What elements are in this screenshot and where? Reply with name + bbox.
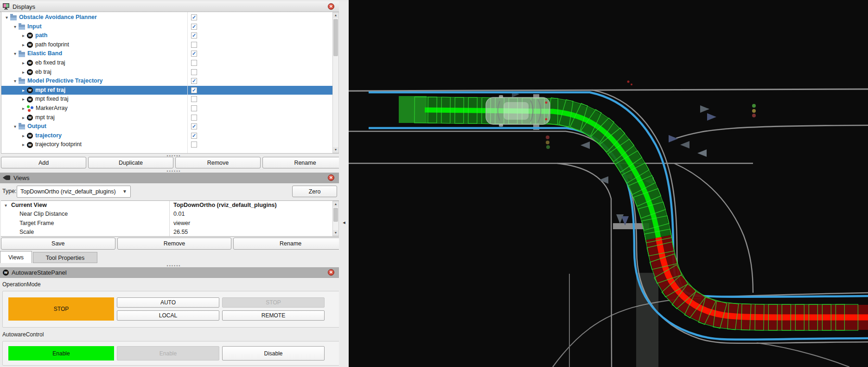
tree-item-label: trajectory footprint — [35, 140, 82, 149]
visibility-checkbox[interactable] — [191, 105, 197, 111]
tree-item-model-predictive-trajectory[interactable]: ▾Model Predictive Trajectory✓ — [1, 77, 338, 86]
autoware-icon: w — [27, 115, 33, 121]
scrollbar-handle[interactable] — [333, 208, 338, 222]
displays-panel-title: Displays — [13, 3, 35, 10]
expand-icon[interactable]: ▸ — [20, 68, 27, 77]
tree-item-obstacle-avoidance-planner[interactable]: ▾Obstacle Avoidance Planner✓ — [1, 13, 338, 22]
views-scrollbar[interactable]: ▲ ▼ — [332, 201, 339, 236]
visibility-checkbox[interactable]: ✓ — [191, 32, 197, 39]
tree-item-input[interactable]: ▾Input✓ — [1, 22, 338, 32]
autoware-icon: w — [27, 142, 33, 148]
tab-views[interactable]: Views — [0, 251, 32, 263]
tree-item-mpt-ref-traj[interactable]: ▸wmpt ref traj✓ — [1, 86, 338, 95]
displays-tree[interactable]: ▾Obstacle Avoidance Planner✓▾Input✓▸wpat… — [1, 12, 339, 154]
collapse-icon[interactable]: ▾ — [5, 201, 7, 210]
property-value[interactable]: viewer — [173, 219, 190, 228]
visibility-checkbox[interactable] — [191, 115, 197, 121]
scroll-up-icon[interactable]: ▲ — [333, 201, 338, 207]
views-panel-header[interactable]: Views ✕ — [0, 173, 349, 183]
chevron-down-icon: ▼ — [122, 186, 127, 197]
expand-icon[interactable]: ▸ — [20, 86, 27, 95]
expand-icon[interactable]: ▸ — [20, 40, 27, 50]
expand-icon[interactable]: ▸ — [20, 95, 27, 104]
views-save-button[interactable]: Save — [1, 238, 115, 250]
zero-button[interactable]: Zero — [292, 186, 337, 197]
visibility-checkbox[interactable] — [191, 142, 197, 148]
collapse-icon[interactable]: ▾ — [3, 13, 10, 22]
property-row-scale[interactable]: Scale26.55 — [1, 228, 339, 237]
expand-icon[interactable]: ▸ — [20, 104, 27, 113]
view-type-dropdown[interactable]: TopDownOrtho (rviz_default_plugins) ▼ — [17, 186, 131, 198]
scrollbar-handle[interactable] — [333, 19, 338, 56]
close-icon[interactable]: ✕ — [328, 269, 334, 276]
property-row-target-frame[interactable]: Target Frameviewer — [1, 219, 339, 228]
rviz-3d-viewport[interactable] — [349, 0, 868, 367]
tree-item-path-footprint[interactable]: ▸wpath footprint — [1, 40, 338, 50]
displays-panel-header[interactable]: Displays ✕ — [0, 1, 349, 12]
visibility-checkbox[interactable] — [191, 96, 197, 102]
visibility-checkbox[interactable]: ✓ — [191, 24, 197, 30]
tree-item-eb-fixed-traj[interactable]: ▸web fixed traj — [1, 58, 338, 68]
expand-icon[interactable]: ▸ — [20, 31, 27, 40]
tree-item-mpt-fixed-traj[interactable]: ▸wmpt fixed traj — [1, 95, 338, 104]
views-rename-button[interactable]: Rename — [233, 238, 348, 250]
visibility-checkbox[interactable]: ✓ — [191, 14, 197, 20]
collapse-icon[interactable]: ▾ — [12, 122, 19, 131]
tree-item-markerarray[interactable]: ▸MarkerArray — [1, 104, 338, 113]
collapse-icon[interactable]: ▾ — [12, 77, 19, 86]
visibility-checkbox[interactable] — [191, 69, 197, 75]
collapse-panel-icon[interactable]: ◂ — [341, 216, 347, 228]
operation-auto-button[interactable]: AUTO — [117, 297, 219, 308]
visibility-checkbox[interactable]: ✓ — [191, 78, 197, 84]
property-row-current-view[interactable]: ▾Current ViewTopDownOrtho (rviz_default_… — [1, 201, 339, 210]
property-value[interactable]: TopDownOrtho (rviz_default_plugins) — [173, 201, 277, 210]
displays-scrollbar[interactable]: ▲ ▼ — [332, 12, 339, 153]
visibility-checkbox[interactable] — [191, 60, 197, 66]
property-value[interactable]: 0.01 — [173, 210, 185, 219]
scroll-down-icon[interactable]: ▼ — [333, 147, 338, 153]
current-view-properties[interactable]: ▾Current ViewTopDownOrtho (rviz_default_… — [1, 200, 339, 237]
scroll-up-icon[interactable]: ▲ — [333, 13, 338, 18]
visibility-checkbox[interactable]: ✓ — [191, 87, 197, 93]
operation-remote-button[interactable]: REMOTE — [222, 310, 325, 321]
scroll-down-icon[interactable]: ▼ — [333, 230, 338, 236]
mirror-right — [499, 124, 503, 127]
property-name: Target Frame — [1, 219, 54, 228]
property-row-near-clip-distance[interactable]: Near Clip Distance0.01 — [1, 210, 339, 219]
collapse-icon[interactable]: ▾ — [12, 22, 19, 32]
views-remove-button[interactable]: Remove — [117, 238, 232, 250]
property-value[interactable]: 26.55 — [173, 228, 188, 237]
visibility-checkbox[interactable] — [191, 42, 197, 48]
visibility-checkbox[interactable]: ✓ — [191, 123, 197, 129]
visibility-checkbox[interactable]: ✓ — [191, 51, 197, 57]
expand-icon[interactable]: ▸ — [20, 113, 27, 122]
displays-duplicate-button[interactable]: Duplicate — [88, 157, 173, 168]
displays-remove-button[interactable]: Remove — [175, 157, 261, 168]
close-icon[interactable]: ✕ — [328, 3, 334, 10]
expand-icon[interactable]: ▸ — [20, 131, 27, 141]
type-label: Type: — [2, 188, 17, 194]
autoware-panel-header[interactable]: w AutowareStatePanel ✕ — [0, 267, 349, 278]
expand-icon[interactable]: ▸ — [20, 140, 27, 149]
autoware-icon: w — [27, 87, 33, 93]
displays-rename-button[interactable]: Rename — [262, 157, 348, 168]
tab-tool-properties[interactable]: Tool Properties — [33, 252, 97, 263]
tree-item-output[interactable]: ▾Output✓ — [1, 122, 338, 131]
visibility-checkbox[interactable]: ✓ — [191, 133, 197, 139]
tree-item-eb-traj[interactable]: ▸web traj — [1, 68, 338, 77]
displays-button-row: AddDuplicateRemoveRename — [1, 157, 348, 168]
tree-item-path[interactable]: ▸wpath✓ — [1, 31, 338, 40]
property-name: Near Clip Distance — [1, 210, 68, 219]
tree-item-elastic-band[interactable]: ▾Elastic Band✓ — [1, 49, 338, 58]
displays-add-button[interactable]: Add — [1, 157, 86, 168]
expand-icon[interactable]: ▸ — [20, 58, 27, 68]
control-disable-button[interactable]: Disable — [222, 346, 325, 361]
tree-item-trajectory[interactable]: ▸wtrajectory✓ — [1, 131, 338, 141]
tree-item-mpt-traj[interactable]: ▸wmpt traj — [1, 113, 338, 122]
operation-local-button[interactable]: LOCAL — [117, 310, 219, 321]
close-icon[interactable]: ✕ — [328, 174, 334, 181]
collapse-icon[interactable]: ▾ — [12, 49, 19, 58]
folder-icon — [19, 52, 25, 57]
panel-splitter[interactable] — [339, 1, 349, 367]
tree-item-trajectory-footprint[interactable]: ▸wtrajectory footprint — [1, 140, 338, 149]
